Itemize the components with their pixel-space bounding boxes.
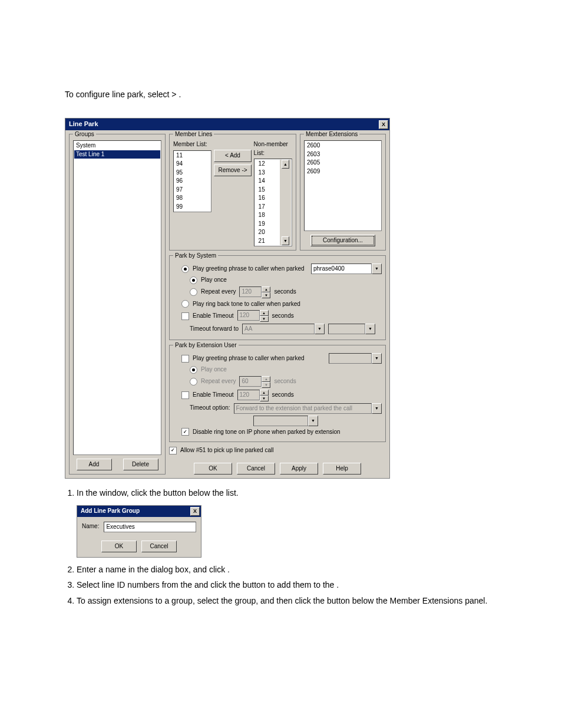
step-3: Select line ID numbers from the and clic…	[77, 579, 513, 591]
list-item[interactable]: 14	[257, 177, 278, 186]
ext-enable-timeout-check[interactable]	[181, 391, 189, 399]
ext-repeat-input: 60	[239, 376, 262, 387]
add-line-button[interactable]: < Add	[214, 150, 251, 162]
list-item[interactable]: 20	[257, 228, 278, 237]
timeout-option-combo[interactable]: Forward to the extension that parked the…	[234, 403, 372, 414]
list-item[interactable]: 96	[174, 177, 210, 186]
step-text: window, click the	[100, 488, 163, 498]
list-item[interactable]: 94	[174, 160, 210, 169]
chevron-down-icon[interactable]: ▼	[372, 263, 382, 274]
ok-button[interactable]: OK	[101, 541, 137, 553]
close-icon[interactable]: X	[190, 507, 200, 516]
repeat-every-radio[interactable]	[190, 288, 197, 296]
chevron-down-icon[interactable]: ▼	[365, 324, 375, 334]
chevron-down-icon[interactable]: ▼	[315, 324, 325, 334]
step-4: To assign extensions to a group, select …	[77, 595, 513, 607]
list-item[interactable]: 2600	[305, 141, 381, 150]
cancel-button[interactable]: Cancel	[141, 541, 177, 553]
repeat-seconds-input[interactable]: 120	[239, 286, 262, 297]
list-item[interactable]: 98	[174, 194, 210, 203]
apply-button[interactable]: Apply	[280, 463, 318, 475]
allow-51-check[interactable]	[169, 447, 177, 454]
scroll-down-icon[interactable]: ▼	[282, 236, 289, 245]
groups-listbox[interactable]: System Test Line 1	[73, 140, 161, 455]
list-item[interactable]: 18	[257, 211, 278, 220]
list-item[interactable]: 21	[257, 237, 278, 246]
member-list-label: Member List:	[173, 140, 211, 149]
park-ext-legend: Park by Extension User	[173, 341, 239, 350]
play-greeting-radio[interactable]	[181, 265, 189, 273]
remove-line-button[interactable]: Remove ->	[214, 164, 251, 177]
list-item[interactable]: 12	[257, 160, 278, 169]
list-item[interactable]: 2605	[305, 159, 381, 167]
list-item[interactable]: 13	[257, 169, 278, 177]
chevron-down-icon: ▼	[308, 416, 318, 426]
chevron-down-icon[interactable]: ▼	[372, 403, 382, 414]
ring-back-radio[interactable]	[181, 300, 189, 308]
ext-play-once-label: Play once	[201, 365, 227, 374]
spin-down-icon[interactable]: ▼	[260, 396, 269, 401]
park-by-system-panel: Park by System Play greeting phrase to c…	[169, 255, 386, 340]
name-label: Name:	[82, 522, 99, 531]
phrase-combo[interactable]: phrase0400	[311, 263, 372, 274]
spin-up-icon[interactable]: ▲	[260, 390, 269, 396]
ext-play-greeting-check[interactable]	[181, 355, 189, 363]
spin-up-icon[interactable]: ▲	[260, 310, 269, 316]
play-once-radio[interactable]	[190, 276, 197, 284]
spin-down-icon[interactable]: ▼	[260, 316, 269, 322]
list-item[interactable]: 19	[257, 220, 278, 229]
cancel-button[interactable]: Cancel	[237, 463, 275, 475]
scrollbar[interactable]: ▲ ▼	[280, 160, 291, 245]
park-sys-legend: Park by System	[173, 252, 218, 261]
member-lines-panel: Member Lines Member List: 11 94 95 96	[169, 134, 296, 251]
list-item[interactable]: 15	[257, 186, 278, 195]
nonmember-listbox[interactable]: 12 13 14 15 16 17 18 19	[254, 159, 292, 246]
disable-ring-check[interactable]	[181, 428, 189, 436]
timeout-fwd-combo2[interactable]	[328, 324, 365, 334]
list-item[interactable]: 2603	[305, 150, 381, 159]
configuration-button[interactable]: Configuration...	[310, 235, 375, 247]
chevron-down-icon: ▼	[372, 353, 382, 364]
allow-51-label: Allow #51 to pick up line parked call	[180, 446, 273, 455]
list-item[interactable]: 17	[257, 203, 278, 212]
titlebar: Line Park X	[65, 118, 389, 130]
enable-timeout-check[interactable]	[181, 312, 189, 320]
name-input[interactable]: Executives	[104, 522, 196, 532]
groups-item[interactable]: System	[74, 141, 160, 150]
list-item[interactable]: 11	[174, 151, 210, 160]
seconds-label: seconds	[272, 391, 294, 400]
close-icon[interactable]: X	[379, 120, 388, 129]
step-text: button below the	[163, 488, 226, 498]
ext-listbox[interactable]: 2600 2603 2605 2609	[304, 140, 382, 231]
member-listbox[interactable]: 11 94 95 96 97 98 99	[173, 150, 211, 213]
repeat-every-label: Repeat every	[201, 288, 236, 297]
scroll-up-icon[interactable]: ▲	[282, 160, 289, 169]
step-text: In the	[77, 488, 100, 498]
spin-down-icon: ▼	[262, 382, 270, 388]
ext-repeat-label: Repeat every	[201, 377, 236, 386]
list-item[interactable]: 95	[174, 169, 210, 177]
spin-down-icon[interactable]: ▼	[262, 292, 270, 298]
disable-ring-label: Disable ring tone on IP phone when parke…	[193, 428, 340, 437]
intro-text: To configure line park, select > .	[65, 88, 562, 100]
list-item[interactable]: 99	[174, 203, 210, 212]
list-item[interactable]: 97	[174, 186, 210, 195]
timeout-option-combo2	[253, 416, 308, 426]
add-group-button[interactable]: Add	[77, 459, 112, 471]
help-button[interactable]: Help	[323, 463, 361, 475]
member-lines-legend: Member Lines	[173, 130, 214, 139]
groups-panel: Groups System Test Line 1 Add Delete	[69, 134, 166, 475]
step-2: Enter a name in the dialog box, and clic…	[77, 564, 513, 575]
list-item[interactable]: 2609	[305, 167, 381, 176]
list-item[interactable]: 16	[257, 194, 278, 203]
groups-item[interactable]: Test Line 1	[74, 150, 160, 159]
delete-group-button[interactable]: Delete	[123, 459, 158, 471]
spin-up-icon[interactable]: ▲	[262, 286, 270, 292]
ring-back-label: Play ring back tone to caller when parke…	[193, 300, 300, 309]
ok-button[interactable]: OK	[194, 463, 232, 475]
ext-timeout-input[interactable]: 120	[237, 390, 260, 400]
timeout-fwd-combo[interactable]: AA	[242, 324, 315, 334]
timeout-seconds-input[interactable]: 120	[237, 310, 260, 321]
groups-legend: Groups	[73, 130, 96, 139]
member-extensions-panel: Member Extensions 2600 2603 2605 2609 Co…	[300, 134, 386, 251]
